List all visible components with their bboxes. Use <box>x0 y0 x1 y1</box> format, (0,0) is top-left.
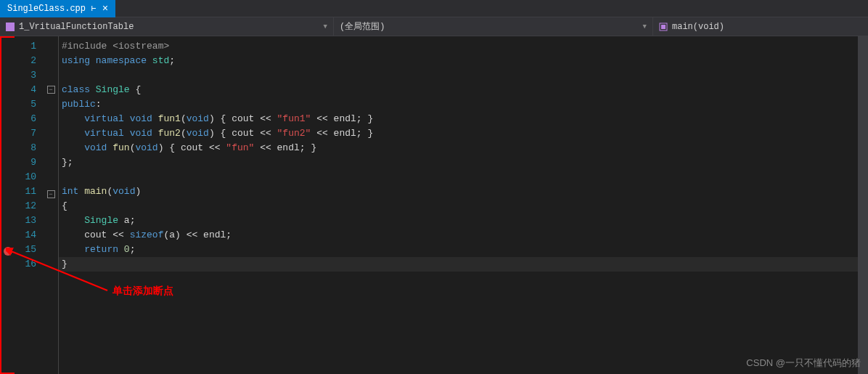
line-number: 10 <box>17 170 36 184</box>
line-number: 4 <box>17 83 36 97</box>
code-editor[interactable]: #include <iostream>using namespace std;c… <box>58 36 868 374</box>
code-line[interactable]: virtual void fun1(void) { cout << "fun1"… <box>59 112 868 126</box>
line-number: 15 <box>17 243 36 257</box>
vertical-scrollbar[interactable] <box>858 36 868 374</box>
close-icon[interactable]: × <box>102 3 108 15</box>
chevron-down-icon: ▼ <box>324 23 327 31</box>
function-name: main(void) <box>672 22 724 32</box>
code-line[interactable]: cout << sizeof(a) << endl; <box>59 228 868 243</box>
svg-rect-1 <box>661 25 666 29</box>
line-number: 14 <box>17 228 36 243</box>
line-number: 6 <box>17 112 36 126</box>
line-number: 8 <box>17 141 36 155</box>
annotation-label: 单击添加断点 <box>112 285 173 298</box>
code-line[interactable] <box>59 170 868 184</box>
project-icon <box>6 23 15 31</box>
breakpoint-gutter[interactable] <box>0 36 15 374</box>
editor-area: 12345678910111213141516 −− #include <ios… <box>0 36 868 374</box>
code-line[interactable]: }; <box>59 155 868 170</box>
code-line[interactable]: void fun(void) { cout << "fun" << endl; … <box>59 141 868 155</box>
tab-bar: SingleClass.cpp ⊢ × <box>0 0 868 17</box>
code-line[interactable]: return 0; <box>59 243 868 257</box>
code-line[interactable] <box>59 68 868 83</box>
line-number: 7 <box>17 126 36 141</box>
line-number: 11 <box>17 184 36 199</box>
line-number: 3 <box>17 68 36 83</box>
project-name: 1_VritualFunctionTable <box>19 22 134 32</box>
line-number: 13 <box>17 214 36 228</box>
code-line[interactable]: #include <iostream> <box>59 39 868 54</box>
chevron-down-icon: ▼ <box>643 23 647 31</box>
line-number: 2 <box>17 54 36 68</box>
scope-dropdown[interactable]: (全局范围) ▼ <box>334 17 653 36</box>
fold-gutter: −− <box>44 36 58 374</box>
navigation-bar: 1_VritualFunctionTable ▼ (全局范围) ▼ main(v… <box>0 17 868 36</box>
scope-label: (全局范围) <box>340 20 385 33</box>
pin-icon[interactable]: ⊢ <box>91 4 97 13</box>
function-dropdown[interactable]: main(void) <box>653 17 868 36</box>
code-line[interactable]: } <box>59 257 868 272</box>
breakpoint-marker[interactable] <box>4 247 12 256</box>
code-line[interactable]: class Single { <box>59 83 868 97</box>
line-number: 9 <box>17 155 36 170</box>
fold-toggle[interactable]: − <box>47 86 55 94</box>
line-number-gutter: 12345678910111213141516 <box>15 36 44 374</box>
line-number: 5 <box>17 97 36 112</box>
code-line[interactable]: public: <box>59 97 868 112</box>
project-dropdown[interactable]: 1_VritualFunctionTable ▼ <box>0 17 334 36</box>
tab-filename: SingleClass.cpp <box>7 4 86 14</box>
fold-toggle[interactable]: − <box>47 190 55 198</box>
code-line[interactable]: { <box>59 199 868 214</box>
line-number: 1 <box>17 39 36 54</box>
method-icon <box>659 23 668 31</box>
line-number: 12 <box>17 199 36 214</box>
code-line[interactable]: int main(void) <box>59 184 868 199</box>
code-line[interactable]: virtual void fun2(void) { cout << "fun2"… <box>59 126 868 141</box>
code-line[interactable]: Single a; <box>59 214 868 228</box>
file-tab[interactable]: SingleClass.cpp ⊢ × <box>0 0 115 17</box>
code-line[interactable]: using namespace std; <box>59 54 868 68</box>
line-number: 16 <box>17 257 36 272</box>
watermark: CSDN @一只不懂代码的猪 <box>746 357 861 370</box>
